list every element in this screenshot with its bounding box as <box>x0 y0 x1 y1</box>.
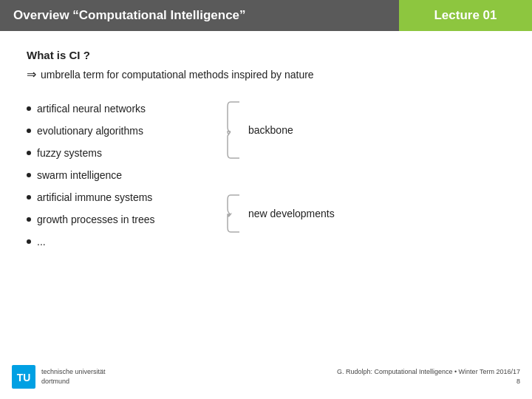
bullet-icon <box>27 129 31 133</box>
uni-line1: technische universität <box>41 367 106 377</box>
list-item: fuzzy systems <box>27 142 219 164</box>
umbrella-statement: ⇒ umbrella term for computational method… <box>27 67 505 81</box>
bullet-list: artifical neural networks evolutionary a… <box>27 98 219 253</box>
annotations: backbone new developments <box>226 98 389 275</box>
list-item: swarm intelligence <box>27 164 219 186</box>
item-text: fuzzy systems <box>37 147 102 159</box>
list-item: growth processes in trees <box>27 208 219 231</box>
item-text: artifical neural networks <box>37 103 146 115</box>
citation-text: G. Rudolph: Computational Intelligence •… <box>337 367 520 378</box>
list-item: artificial immune systems <box>27 186 219 208</box>
page-number: 8 <box>337 377 520 387</box>
what-is-ci: What is CI ? <box>27 49 505 61</box>
item-text: growth processes in trees <box>37 214 155 225</box>
item-text: artificial immune systems <box>37 191 152 203</box>
header-title: Overview “Computational Intelligence” <box>0 0 399 31</box>
footer-logo-area: TU technische universität dortmund <box>12 365 106 389</box>
item-text: swarm intelligence <box>37 169 122 181</box>
list-item: ... <box>27 231 219 253</box>
backbone-bracket <box>226 100 242 160</box>
list-item: evolutionary algorithms <box>27 120 219 142</box>
bullet-icon <box>27 217 31 222</box>
list-item: artifical neural networks <box>27 98 219 120</box>
bullet-icon <box>27 195 31 200</box>
svg-text:TU: TU <box>17 372 31 383</box>
new-dev-bracket <box>226 194 242 233</box>
item-text: evolutionary algorithms <box>37 125 143 137</box>
header-lecture: Lecture 01 <box>399 0 532 31</box>
item-text: ... <box>37 236 46 248</box>
backbone-label: backbone <box>248 124 293 136</box>
header: Overview “Computational Intelligence” Le… <box>0 0 532 31</box>
list-area: artifical neural networks evolutionary a… <box>27 98 505 275</box>
footer-university-text: technische universität dortmund <box>41 367 106 386</box>
footer: TU technische universität dortmund G. Ru… <box>0 365 532 389</box>
bullet-icon <box>27 151 31 155</box>
bullet-icon <box>27 106 31 111</box>
bullet-icon <box>27 173 31 177</box>
new-dev-label: new developments <box>248 208 335 219</box>
footer-citation: G. Rudolph: Computational Intelligence •… <box>337 367 520 387</box>
tu-logo-icon: TU <box>12 365 35 389</box>
main-content: What is CI ? ⇒ umbrella term for computa… <box>0 31 532 275</box>
backbone-group: backbone <box>226 100 293 160</box>
bullet-icon <box>27 239 31 244</box>
new-dev-group: new developments <box>226 194 335 233</box>
arrow-symbol: ⇒ <box>27 67 36 81</box>
uni-line2: dortmund <box>41 377 106 386</box>
umbrella-text: umbrella term for computational methods … <box>41 69 314 81</box>
